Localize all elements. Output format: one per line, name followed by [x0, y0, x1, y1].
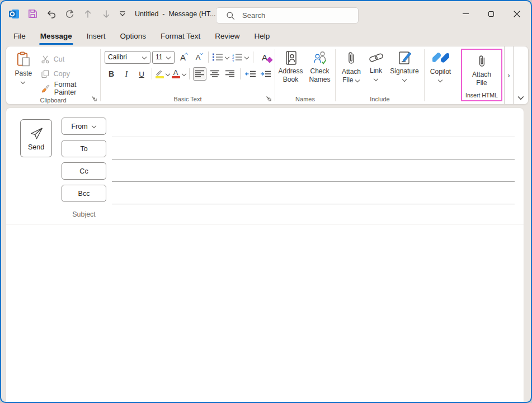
paste-clipboard-icon [15, 51, 31, 68]
insert-html-attach-file-button[interactable]: Attach File [469, 53, 494, 87]
font-name-dropdown-icon [142, 55, 147, 59]
highlighter-icon [156, 70, 164, 78]
address-book-button[interactable]: Address Book [277, 48, 305, 93]
include-group-label: Include [370, 96, 389, 102]
minimize-icon [463, 13, 469, 14]
grow-font-button[interactable]: A [176, 50, 190, 64]
align-left-button[interactable] [193, 67, 206, 81]
cc-field[interactable] [112, 162, 515, 182]
undo-icon[interactable] [45, 8, 57, 20]
collapse-ribbon-button[interactable] [514, 46, 528, 104]
maximize-icon [488, 11, 494, 17]
tab-help[interactable]: Help [247, 26, 277, 46]
window-title: Untitled - Message (HT... [135, 10, 216, 18]
tab-message[interactable]: Message [33, 26, 79, 46]
to-field[interactable] [112, 140, 515, 160]
basic-text-group-label: Basic Text [174, 96, 202, 102]
ribbon-tab-strip: File Message Insert Options Format Text … [1, 26, 531, 46]
shrink-font-button[interactable]: A [191, 50, 205, 64]
maximize-button[interactable] [478, 1, 504, 26]
subject-label: Subject [62, 210, 106, 218]
collapse-ribbon-chevron-icon [517, 95, 524, 100]
cut-button: Cut [41, 52, 100, 67]
tab-options[interactable]: Options [113, 26, 154, 46]
title-bar: Untitled - Message (HT... Search [1, 1, 531, 26]
message-body[interactable]: Ablebits.com [6, 224, 524, 402]
search-icon [226, 11, 235, 20]
bold-button[interactable]: B [105, 67, 118, 81]
align-center-icon [210, 70, 220, 78]
from-button[interactable]: From [62, 118, 106, 135]
insert-html-group: Attach File Insert HTML [461, 49, 502, 101]
text-highlight-button[interactable] [156, 67, 170, 81]
close-icon [514, 11, 520, 17]
customize-qat-icon[interactable] [119, 8, 126, 20]
grow-font-caret-icon [185, 52, 189, 55]
bcc-button[interactable]: Bcc [62, 185, 106, 202]
ribbon: Paste Cut [6, 46, 529, 105]
move-down-icon [101, 8, 112, 20]
to-button[interactable]: To [62, 140, 106, 157]
outlook-logo-icon [8, 8, 20, 20]
more-chevron-icon: › [508, 72, 510, 79]
format-painter-brush-icon [41, 84, 50, 93]
increase-indent-button[interactable] [259, 67, 272, 81]
send-plane-icon [29, 126, 44, 140]
bcc-field[interactable] [112, 185, 515, 204]
compose-panel: Send From To Cc Bcc Subject Ablebits.com [6, 107, 524, 402]
decrease-indent-button[interactable] [244, 67, 257, 81]
cc-button[interactable]: Cc [62, 162, 106, 180]
paperclip-icon [477, 54, 487, 69]
align-right-button[interactable] [223, 67, 237, 81]
search-placeholder: Search [242, 11, 265, 20]
minimize-button[interactable] [453, 1, 478, 26]
clear-formatting-button[interactable]: A [257, 50, 272, 64]
paste-button[interactable]: Paste [11, 48, 36, 96]
format-painter-button[interactable]: Format Painter [41, 81, 100, 96]
send-button[interactable]: Send [20, 119, 52, 157]
more-ribbon-items-button[interactable]: › [504, 46, 514, 104]
font-color-icon: A [172, 69, 180, 78]
signature-button[interactable]: Signature [387, 48, 422, 93]
link-button[interactable]: Link [366, 48, 386, 93]
bullets-icon [212, 53, 223, 62]
subject-field[interactable] [112, 204, 515, 222]
align-center-button[interactable] [208, 67, 222, 81]
tab-file[interactable]: File [6, 26, 33, 46]
check-names-button[interactable]: Check Names [306, 48, 334, 93]
paste-dropdown-icon[interactable] [21, 80, 26, 84]
tab-format-text[interactable]: Format Text [153, 26, 208, 46]
increase-indent-icon [260, 70, 271, 78]
highlight-dropdown-icon [166, 72, 170, 76]
font-color-dropdown-icon [182, 72, 186, 76]
basic-text-dialog-launcher-icon[interactable] [266, 96, 272, 102]
save-icon[interactable] [27, 8, 38, 20]
signature-icon [397, 50, 412, 65]
window-controls [453, 1, 530, 26]
copy-icon [41, 69, 50, 78]
tab-insert[interactable]: Insert [79, 26, 113, 46]
clipboard-dialog-launcher-icon[interactable] [91, 96, 97, 102]
numbering-button[interactable]: 123 [232, 50, 249, 64]
clipboard-group: Paste Cut [6, 46, 100, 104]
attach-file-button[interactable]: Attach File [338, 48, 365, 93]
redo-icon[interactable] [64, 8, 75, 20]
italic-button[interactable]: I [120, 67, 133, 81]
bullets-button[interactable] [212, 50, 230, 64]
align-right-icon [225, 70, 235, 78]
font-color-button[interactable]: A [172, 67, 186, 81]
numbering-icon: 123 [232, 53, 243, 62]
address-book-icon [284, 50, 298, 65]
signature-dropdown-icon [402, 78, 407, 82]
tab-review[interactable]: Review [208, 26, 247, 46]
close-button[interactable] [504, 1, 530, 26]
search-input[interactable]: Search [216, 7, 359, 24]
cut-scissors-icon [41, 55, 50, 64]
align-left-icon [195, 70, 205, 78]
underline-button[interactable]: U [135, 67, 148, 81]
font-name-combobox[interactable]: Calibri [105, 51, 150, 64]
font-size-combobox[interactable]: 11 [152, 51, 175, 64]
from-field[interactable] [112, 118, 515, 137]
names-group-label: Names [295, 96, 315, 102]
copilot-button[interactable]: Copilot [425, 46, 456, 93]
